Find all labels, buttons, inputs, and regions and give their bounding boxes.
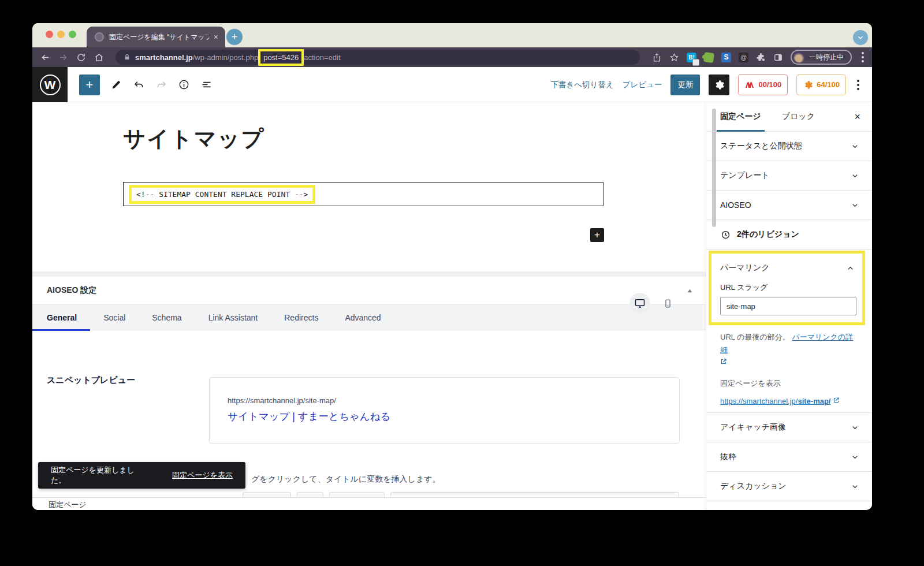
tab-social[interactable]: Social <box>103 304 125 330</box>
page-url-link[interactable]: https://smartchannel.jp/site-map/ <box>720 397 830 405</box>
undo-icon[interactable] <box>133 79 145 91</box>
desktop-preview-icon[interactable] <box>629 293 650 314</box>
panel-label: ステータスと公開状態 <box>720 141 802 151</box>
chevron-down-icon <box>851 201 859 210</box>
zoom-window-button[interactable] <box>69 31 76 38</box>
switch-to-draft-button[interactable]: 下書きへ切り替え <box>550 80 613 90</box>
extensions-puzzle-icon[interactable] <box>756 53 766 62</box>
revisions-row[interactable]: 2件のリビジョン <box>706 220 872 250</box>
url-slug-input[interactable] <box>720 297 856 315</box>
panel-excerpt[interactable]: 抜粋 <box>706 442 872 472</box>
block-inserter-button[interactable]: + <box>79 75 100 95</box>
panel-page-attributes[interactable]: ページ属性 <box>706 501 872 510</box>
custom-html-block[interactable]: <!-- SITEMAP CONTENT REPLACE POINT --> <box>123 182 603 206</box>
aioseo-metabox-header[interactable]: AIOSEO 設定 <box>32 277 706 304</box>
edit-tool-icon[interactable] <box>110 79 122 91</box>
permalink-panel-header[interactable]: パーマリンク <box>720 259 859 277</box>
seo-score-badge-red[interactable]: 00/100 <box>738 75 788 95</box>
view-page-link[interactable]: 固定ページを表示 <box>172 470 233 481</box>
snippet-title[interactable]: サイトマップ | すまーとちゃんねる <box>228 409 391 423</box>
side-panel-icon[interactable] <box>773 53 783 62</box>
permalink-panel-highlighted: パーマリンク URL スラッグ <box>709 251 865 325</box>
list-view-icon[interactable] <box>200 79 213 91</box>
settings-gear-button[interactable] <box>709 75 729 95</box>
panel-aioseo[interactable]: AIOSEO <box>706 191 872 220</box>
redo-icon[interactable] <box>155 79 167 91</box>
red-score-icon <box>744 80 755 90</box>
close-sidebar-icon[interactable]: × <box>854 111 860 123</box>
tab-title: 固定ページを編集 “サイトマップ” <box>109 32 209 42</box>
lock-icon <box>124 54 131 61</box>
editor-footer: 固定ページ <box>32 497 706 510</box>
view-page-url-row: https://smartchannel.jp/site-map/ <box>706 389 872 413</box>
tab-close-icon[interactable]: × <box>214 32 218 42</box>
clock-icon <box>720 229 731 240</box>
append-block-button[interactable]: + <box>590 228 604 242</box>
tab-general[interactable]: General <box>47 304 77 330</box>
browser-tab[interactable]: 固定ページを編集 “サイトマップ” × <box>87 27 225 47</box>
metabox-separator <box>32 271 706 277</box>
post-title[interactable]: サイトマップ <box>123 124 264 154</box>
window-controls[interactable] <box>46 31 76 38</box>
reload-icon[interactable] <box>76 53 86 62</box>
orange-gear-icon <box>803 80 813 90</box>
permalink-help-text: URL の最後の部分。 <box>720 333 790 341</box>
editor-canvas: サイトマップ <!-- SITEMAP CONTENT REPLACE POIN… <box>32 102 706 510</box>
panel-status-visibility[interactable]: ステータスと公開状態 <box>706 132 872 161</box>
home-icon[interactable] <box>94 53 104 62</box>
wp-editor-topbar: W + 下書きへ切り替え プレビュー 更新 00/100 <box>32 67 872 102</box>
sidebar-tab-block[interactable]: ブロック <box>782 102 815 132</box>
tab-redirects[interactable]: Redirects <box>284 304 318 330</box>
aioseo-metabox-title: AIOSEO 設定 <box>47 285 96 296</box>
page-url-base: https://smartchannel.jp/ <box>720 397 798 405</box>
update-button[interactable]: 更新 <box>670 75 700 95</box>
new-tab-button[interactable]: + <box>226 29 243 45</box>
panel-featured-image[interactable]: アイキャッチ画像 <box>706 413 872 442</box>
view-page-label: 固定ページを表示 <box>706 369 872 389</box>
extension-green-icon[interactable] <box>703 51 714 62</box>
update-toast: 固定ページを更新しました。 固定ページを表示 <box>38 462 245 489</box>
url-domain: smartchannel.jp <box>135 53 193 62</box>
collapse-triangle-icon[interactable] <box>687 288 693 294</box>
html-code-highlighted[interactable]: <!-- SITEMAP CONTENT REPLACE POINT --> <box>129 185 315 204</box>
address-bar[interactable]: smartchannel.jp/wp-admin/post.phppost=54… <box>116 50 640 65</box>
url-path: /wp-admin/post.php <box>193 53 258 62</box>
profile-chip[interactable]: 一時停止中 <box>791 50 852 65</box>
tab-strip: 固定ページを編集 “サイトマップ” × + <box>32 23 872 47</box>
browser-menu-icon[interactable] <box>859 50 866 65</box>
page-url-slug: site-map/ <box>798 397 830 405</box>
back-icon[interactable] <box>40 53 50 62</box>
url-highlighted-query: post=5426 <box>258 49 304 66</box>
tab-advanced[interactable]: Advanced <box>345 304 381 330</box>
preview-button[interactable]: プレビュー <box>623 80 662 90</box>
avatar <box>793 51 805 63</box>
variable-helper-text: グをクリックして、タイトルに変数を挿入します。 <box>251 474 441 485</box>
settings-sidebar: 固定ページ ブロック × ステータスと公開状態 テンプレート AIOSEO 2件… <box>706 102 872 510</box>
panel-label: テンプレート <box>720 170 770 181</box>
sidebar-tab-page[interactable]: 固定ページ <box>720 102 761 132</box>
panel-discussion[interactable]: ディスカッション <box>706 472 872 501</box>
mobile-preview-icon[interactable] <box>663 299 673 308</box>
chevron-down-icon <box>851 172 859 180</box>
tab-link-assistant[interactable]: Link Assistant <box>208 304 258 330</box>
seo-score-badge-orange[interactable]: 64/100 <box>796 75 846 95</box>
url-slug-label: URL スラッグ <box>720 282 859 293</box>
tab-search-icon[interactable] <box>853 30 868 45</box>
aioseo-tab-bar: General Social Schema Link Assistant Red… <box>32 304 706 330</box>
panel-template[interactable]: テンプレート <box>706 161 872 191</box>
editor-options-icon[interactable] <box>855 77 862 92</box>
external-link-icon <box>833 397 840 404</box>
close-window-button[interactable] <box>46 31 53 38</box>
forward-icon[interactable] <box>58 53 68 62</box>
extension-s-icon[interactable]: S <box>721 53 731 62</box>
share-icon[interactable] <box>652 53 662 62</box>
panel-label: 抜粋 <box>720 452 736 462</box>
minimize-window-button[interactable] <box>57 31 65 38</box>
details-info-icon[interactable] <box>178 79 190 91</box>
tab-schema[interactable]: Schema <box>152 304 181 330</box>
extension-at-icon[interactable]: @ <box>739 53 748 62</box>
profile-status: 一時停止中 <box>809 53 844 62</box>
extension-hatena-icon[interactable]: B! <box>687 53 696 62</box>
wordpress-logo[interactable]: W <box>32 67 68 102</box>
bookmark-star-icon[interactable] <box>669 53 679 62</box>
